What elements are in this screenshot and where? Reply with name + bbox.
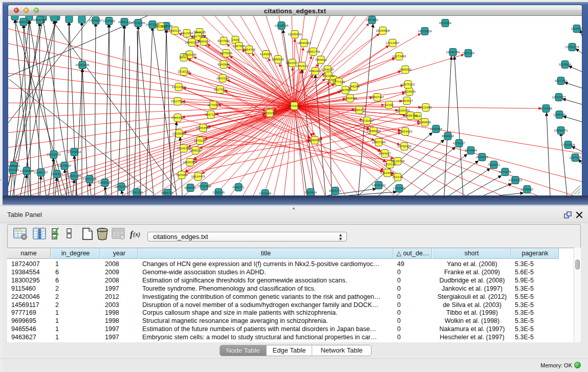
svg-text:1292346: 1292346 [212, 190, 225, 194]
svg-text:16782759: 16782759 [114, 185, 128, 188]
svg-text:20364436: 20364436 [343, 96, 357, 100]
svg-text:8912954: 8912954 [181, 31, 193, 35]
svg-text:1733426: 1733426 [393, 186, 406, 190]
svg-text:5822605: 5822605 [193, 30, 206, 34]
svg-text:2330203: 2330203 [264, 111, 276, 115]
svg-text:8427552: 8427552 [214, 87, 227, 91]
svg-text:12975115: 12975115 [401, 82, 415, 86]
svg-text:7632621: 7632621 [488, 163, 500, 166]
svg-text:16958117: 16958117 [98, 181, 112, 184]
svg-text:1615132: 1615132 [384, 162, 397, 166]
svg-text:1588520: 1588520 [272, 57, 285, 61]
svg-text:3267110: 3267110 [205, 113, 217, 116]
svg-text:18724007: 18724007 [287, 104, 301, 107]
svg-text:15720407: 15720407 [360, 119, 374, 122]
svg-text:20053346: 20053346 [75, 63, 90, 67]
svg-text:17359914: 17359914 [67, 150, 81, 154]
svg-text:7955812: 7955812 [315, 58, 328, 61]
svg-text:8878314: 8878314 [194, 139, 207, 142]
svg-text:8813054: 8813054 [439, 21, 452, 25]
svg-text:10653267: 10653267 [89, 18, 103, 22]
svg-text:6497568: 6497568 [339, 88, 352, 92]
svg-text:16914479: 16914479 [191, 174, 205, 178]
svg-text:10688609: 10688609 [366, 129, 381, 133]
svg-text:12156829: 12156829 [19, 169, 34, 172]
svg-text:1965493: 1965493 [171, 116, 184, 119]
svg-text:16543382: 16543382 [185, 40, 199, 44]
svg-text:8660124: 8660124 [169, 29, 182, 32]
svg-text:8186323: 8186323 [198, 39, 210, 43]
svg-text:1845061: 1845061 [8, 164, 20, 167]
svg-text:98901: 98901 [179, 55, 188, 59]
svg-text:8990448: 8990448 [309, 69, 322, 73]
svg-text:7663822: 7663822 [155, 25, 167, 28]
svg-text:16154808: 16154808 [376, 29, 390, 32]
svg-text:9245652: 9245652 [184, 186, 197, 189]
svg-text:11325419: 11325419 [288, 32, 302, 36]
svg-text:4170064: 4170064 [207, 103, 220, 106]
svg-text:14353584: 14353584 [196, 126, 210, 129]
svg-text:17957225: 17957225 [82, 177, 97, 181]
svg-text:904: 904 [415, 114, 421, 118]
svg-text:20691406: 20691406 [33, 18, 47, 21]
svg-text:15692971: 15692971 [554, 128, 568, 132]
svg-text:19166825: 19166825 [172, 132, 186, 135]
svg-text:6379197: 6379197 [453, 141, 466, 145]
svg-text:9463627: 9463627 [401, 99, 413, 102]
svg-text:10807487: 10807487 [370, 95, 384, 99]
svg-text:9474444: 9474444 [465, 148, 477, 152]
svg-text:12093877: 12093877 [552, 95, 566, 99]
svg-text:16093489: 16093489 [183, 160, 197, 164]
svg-text:5875685: 5875685 [220, 51, 233, 55]
svg-text:1167535: 1167535 [569, 156, 581, 159]
svg-text:(x): (x) [133, 231, 140, 238]
svg-text:2718126: 2718126 [178, 70, 190, 73]
svg-text:1640954: 1640954 [430, 127, 443, 130]
svg-text:252214: 252214 [393, 175, 403, 179]
svg-text:3624554: 3624554 [403, 90, 416, 93]
svg-text:9227342: 9227342 [555, 79, 568, 82]
svg-text:8471676: 8471676 [499, 170, 512, 173]
svg-text:9115460: 9115460 [420, 105, 432, 109]
svg-text:1621022: 1621022 [322, 74, 335, 77]
svg-text:9329906: 9329906 [559, 62, 572, 66]
svg-text:17016504: 17016504 [561, 143, 575, 146]
svg-text:16107554: 16107554 [170, 99, 185, 103]
svg-text:20756928: 20756928 [397, 144, 411, 148]
svg-text:1923464: 1923464 [304, 190, 317, 194]
svg-text:1112453: 1112453 [571, 27, 582, 30]
svg-text:1571648: 1571648 [259, 191, 272, 195]
svg-text:12505135: 12505135 [67, 174, 81, 178]
svg-text:13975887: 13975887 [57, 164, 72, 167]
svg-text:9465771: 9465771 [161, 191, 174, 194]
svg-text:2933114: 2933114 [476, 155, 488, 159]
svg-text:12942737: 12942737 [34, 170, 48, 174]
svg-text:3215958: 3215958 [540, 106, 553, 110]
svg-text:7485063: 7485063 [399, 68, 412, 71]
svg-text:1089695: 1089695 [419, 120, 431, 124]
svg-text:8938918: 8938918 [442, 134, 454, 138]
svg-text:19218506: 19218506 [274, 24, 289, 27]
svg-text:10025433: 10025433 [396, 108, 410, 112]
svg-text:2803144: 2803144 [216, 76, 229, 80]
svg-text:12213369: 12213369 [171, 85, 186, 89]
svg-text:18640910: 18640910 [297, 41, 311, 45]
svg-text:9327502: 9327502 [217, 39, 230, 42]
svg-text:12213967: 12213967 [385, 41, 400, 45]
svg-text:7986372: 7986372 [353, 108, 366, 112]
svg-text:19654923: 19654923 [398, 129, 412, 133]
svg-text:9465771: 9465771 [329, 189, 342, 192]
svg-text:6794028: 6794028 [321, 68, 334, 71]
svg-text:1498222: 1498222 [189, 148, 202, 152]
svg-text:19384554: 19384554 [308, 138, 322, 142]
svg-text:2546: 2546 [232, 38, 239, 41]
svg-text:1362615: 1362615 [296, 64, 309, 68]
svg-text:1145194: 1145194 [51, 172, 63, 176]
svg-text:14055724: 14055724 [16, 20, 31, 24]
svg-text:16961758: 16961758 [306, 50, 320, 53]
svg-text:10654112: 10654112 [508, 178, 522, 182]
svg-text:14136141: 14136141 [372, 183, 386, 187]
svg-text:15751074: 15751074 [565, 45, 579, 49]
svg-text:9827508: 9827508 [192, 34, 205, 38]
svg-text:1244415: 1244415 [553, 113, 566, 116]
